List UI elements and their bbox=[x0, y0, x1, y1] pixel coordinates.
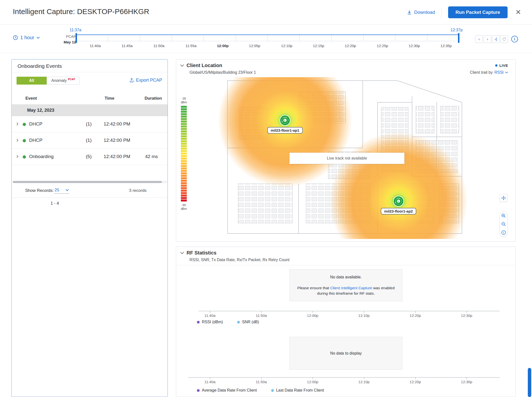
tick-label: 12:15p bbox=[313, 44, 324, 48]
scrollbar-thumb[interactable] bbox=[13, 181, 162, 183]
legend-label: Average Data Rate From Client bbox=[202, 388, 257, 393]
run-packet-capture-button[interactable]: Run Packet Capture bbox=[448, 6, 508, 18]
event-count: (1) bbox=[86, 121, 92, 127]
header: Intelligent Capture: DESKTOP-P66HKGR Dow… bbox=[0, 0, 532, 25]
event-duration: 42 ms bbox=[145, 154, 158, 159]
axis-tick-label: 12:00p bbox=[307, 313, 318, 318]
rssi-gradient-bar bbox=[181, 106, 187, 202]
range-start-label: 11:37a bbox=[70, 28, 81, 32]
events-horizontal-scrollbar[interactable] bbox=[12, 181, 167, 183]
axis-tick-label: 12:20p bbox=[410, 313, 421, 318]
scale-top-value: -35 bbox=[179, 97, 189, 101]
timeline-start-handle[interactable] bbox=[76, 33, 77, 43]
expand-chevron-icon[interactable]: › bbox=[16, 120, 19, 127]
range-end-label: 12:37p bbox=[451, 28, 463, 32]
ap-icon[interactable]: 2.4 5 L bbox=[279, 115, 291, 126]
rf-statistics-title: RF Statistics bbox=[187, 250, 216, 256]
axis-tick-label: 11:50a bbox=[256, 380, 267, 384]
event-name: DHCP bbox=[29, 138, 42, 143]
legend-dot-icon bbox=[271, 389, 274, 392]
legend-item: RSSI (dBm) bbox=[197, 320, 223, 324]
event-status-dot bbox=[23, 155, 26, 159]
tick-label: 12:30p bbox=[409, 44, 420, 48]
tick-label: 11:50a bbox=[153, 44, 165, 48]
timebar-info-icon[interactable]: i bbox=[511, 36, 518, 42]
chevron-down-icon bbox=[66, 189, 69, 191]
filter-all-button[interactable]: All bbox=[17, 77, 47, 85]
zoom-out-icon[interactable] bbox=[501, 222, 506, 227]
ap-icon[interactable]: 2.4 5 L bbox=[393, 196, 404, 207]
timeline-track[interactable] bbox=[76, 35, 459, 41]
event-time: 12:42:00 PM bbox=[104, 121, 130, 127]
map-info-icon[interactable] bbox=[501, 230, 506, 235]
legend-dot-icon bbox=[197, 389, 200, 392]
export-icon bbox=[129, 78, 134, 83]
axis-tick-label: 11:50a bbox=[256, 313, 267, 318]
scale-unit: dBm bbox=[179, 207, 189, 211]
scale-unit: dBm bbox=[179, 101, 189, 104]
svg-text:L: L bbox=[398, 200, 399, 203]
scale-bottom-value: -90 bbox=[179, 203, 189, 207]
duration-select[interactable]: 1 hour bbox=[13, 35, 40, 40]
pcap-label: PCAP bbox=[56, 34, 76, 39]
legend-label: Last Data Rate From Client bbox=[276, 388, 324, 393]
nodata-title: No data available. bbox=[290, 275, 402, 279]
download-label: Download bbox=[414, 10, 435, 15]
show-records-value: 25 bbox=[55, 188, 59, 193]
refresh-button[interactable] bbox=[500, 35, 508, 43]
export-pcap-button[interactable]: Export PCAP bbox=[129, 78, 162, 83]
download-button[interactable]: Download bbox=[407, 10, 435, 15]
axis-tick-label: 12:10p bbox=[358, 313, 370, 318]
step-forward-button[interactable]: › bbox=[484, 35, 491, 43]
close-icon[interactable]: ✕ bbox=[515, 9, 521, 16]
trail-value-text: RSSI bbox=[494, 70, 504, 75]
table-row[interactable]: › DHCP (1) 12:42:00 PM bbox=[12, 132, 168, 149]
axis-tick-label: 12:00p bbox=[307, 380, 318, 384]
expand-chevron-icon[interactable]: › bbox=[16, 153, 19, 159]
scale-top-label: -35 dBm bbox=[179, 97, 189, 104]
tick-label: 12:35p bbox=[440, 44, 452, 48]
expand-chevron-icon[interactable]: › bbox=[16, 137, 19, 143]
show-records-select[interactable]: 25 bbox=[54, 188, 69, 194]
table-row[interactable]: › DHCP (1) 12:42:00 PM bbox=[12, 116, 168, 132]
axis-tick-label: 12:30p bbox=[461, 380, 472, 384]
pan-tool-button[interactable] bbox=[500, 194, 508, 202]
live-badge: LIVE bbox=[495, 63, 508, 68]
event-count: (1) bbox=[86, 138, 92, 143]
svg-text:5: 5 bbox=[282, 121, 283, 123]
zoom-in-icon[interactable] bbox=[501, 213, 506, 218]
rf-header-divider bbox=[176, 265, 515, 265]
nodata-pre: Please ensure that bbox=[297, 286, 329, 290]
collapse-chevron-icon[interactable] bbox=[180, 252, 184, 254]
records-row: Show Records: 25 3 records bbox=[12, 186, 168, 197]
client-trail-value[interactable]: RSSI bbox=[494, 70, 508, 75]
clock-icon bbox=[13, 35, 18, 40]
ap-label[interactable]: mil23-floor1-ap2 bbox=[381, 208, 416, 215]
table-row[interactable]: › Onboarding (5) 12:42:00 PM 42 ms bbox=[12, 149, 168, 165]
client-location-card: Client Location LIVE Global/US/Milpitas/… bbox=[176, 59, 516, 242]
nodata-message: Please ensure that Client Intelligent Ca… bbox=[297, 285, 395, 296]
ap-label[interactable]: mil23-floor1-ap1 bbox=[267, 127, 303, 134]
axis-tick-label: 11:40a bbox=[205, 380, 216, 384]
svg-text:5: 5 bbox=[395, 201, 396, 204]
page-scrollbar[interactable] bbox=[528, 368, 531, 397]
event-name: Onboarding bbox=[29, 154, 54, 159]
svg-text:L: L bbox=[284, 119, 286, 122]
step-back-button[interactable]: ‹ bbox=[475, 35, 483, 43]
filter-anomaly-button[interactable]: Anomaly PCAP bbox=[47, 77, 80, 85]
collapse-chevron-icon[interactable] bbox=[180, 64, 184, 67]
client-intelligent-capture-link[interactable]: Client Intelligent Capture bbox=[330, 286, 372, 290]
floor-map[interactable]: -35 dBm -90 dBm Live track not available… bbox=[176, 77, 515, 239]
onboarding-events-panel: Onboarding Events All Anomaly PCAP Expor… bbox=[11, 59, 168, 397]
tick-label: 12:00p bbox=[217, 44, 229, 48]
legend-dot-icon bbox=[197, 321, 200, 324]
svg-text:2.4: 2.4 bbox=[397, 197, 400, 199]
axis-tick-label: 12:20p bbox=[410, 380, 421, 384]
skip-to-end-button[interactable]: ›| bbox=[492, 35, 500, 43]
timebar: 1 hour PCAP May 12 11:37a 12:37p 11:40a … bbox=[0, 25, 532, 53]
timeline-end-handle[interactable] bbox=[458, 33, 459, 43]
duration-label: 1 hour bbox=[20, 35, 34, 40]
column-event: Event bbox=[25, 96, 37, 101]
column-duration: Duration bbox=[145, 96, 162, 101]
rf-chart2-nodata-box: No data to display bbox=[289, 337, 402, 370]
